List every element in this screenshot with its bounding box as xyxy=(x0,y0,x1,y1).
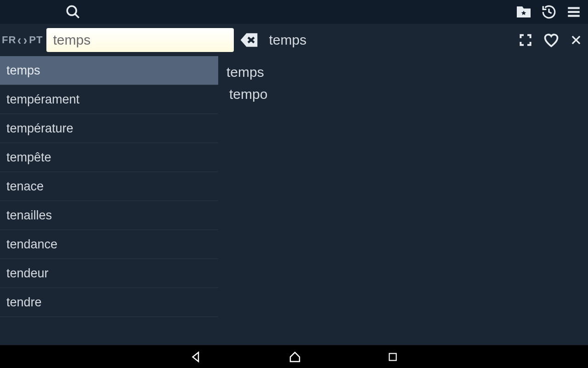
favorite-icon[interactable] xyxy=(543,32,560,48)
language-to-label: PT xyxy=(29,34,43,46)
word-list-item-label: tenailles xyxy=(6,208,52,223)
word-list-item[interactable]: tenace xyxy=(0,172,218,201)
chevron-right-icon: › xyxy=(23,33,28,47)
word-list-item[interactable]: tendeur xyxy=(0,259,218,288)
svg-line-1 xyxy=(75,14,79,18)
word-list-item[interactable]: température xyxy=(0,114,218,143)
headword-title: temps xyxy=(269,32,306,48)
search-icon[interactable] xyxy=(65,4,81,20)
main-content: tempstempéramenttempératuretempêtetenace… xyxy=(0,56,588,345)
language-switch[interactable]: FR ‹ › PT xyxy=(2,33,43,47)
fullscreen-icon[interactable] xyxy=(518,33,533,47)
word-list-item[interactable]: tenailles xyxy=(0,201,218,230)
word-list-item-label: temps xyxy=(6,63,40,78)
word-list-item-label: tendeur xyxy=(6,266,49,281)
search-bar: FR ‹ › PT temps xyxy=(0,24,588,56)
nav-back-icon[interactable] xyxy=(189,350,203,364)
history-icon[interactable] xyxy=(541,4,557,20)
clear-search-button[interactable] xyxy=(237,29,260,52)
word-list: tempstempéramenttempératuretempêtetenace… xyxy=(0,56,218,345)
word-list-item-label: tendance xyxy=(6,237,57,252)
word-list-item-label: tendre xyxy=(6,295,42,310)
chevron-left-icon: ‹ xyxy=(17,33,22,47)
app-titlebar xyxy=(0,0,588,24)
word-list-item[interactable]: tendance xyxy=(0,230,218,259)
android-navbar xyxy=(0,345,588,368)
nav-home-icon[interactable] xyxy=(288,350,302,364)
detail-pane: temps tempo xyxy=(218,56,588,345)
nav-recent-icon[interactable] xyxy=(387,351,399,363)
favorites-folder-icon[interactable] xyxy=(515,4,532,20)
detail-headword: temps xyxy=(226,64,580,80)
word-list-item[interactable]: tempête xyxy=(0,143,218,172)
close-icon[interactable] xyxy=(570,34,582,46)
svg-point-0 xyxy=(67,6,76,15)
search-input[interactable] xyxy=(46,28,234,52)
word-list-item-label: température xyxy=(6,121,74,136)
word-list-item[interactable]: tempérament xyxy=(0,85,218,114)
language-from-label: FR xyxy=(2,34,16,46)
word-list-item[interactable]: tendre xyxy=(0,288,218,317)
svg-rect-9 xyxy=(389,353,396,360)
word-list-item-label: tempête xyxy=(6,150,51,165)
word-list-item-label: tenace xyxy=(6,179,44,194)
word-list-item[interactable]: temps xyxy=(0,56,218,85)
translation-item: tempo xyxy=(229,86,580,102)
word-list-item-label: tempérament xyxy=(6,92,79,107)
menu-icon[interactable] xyxy=(566,4,582,20)
